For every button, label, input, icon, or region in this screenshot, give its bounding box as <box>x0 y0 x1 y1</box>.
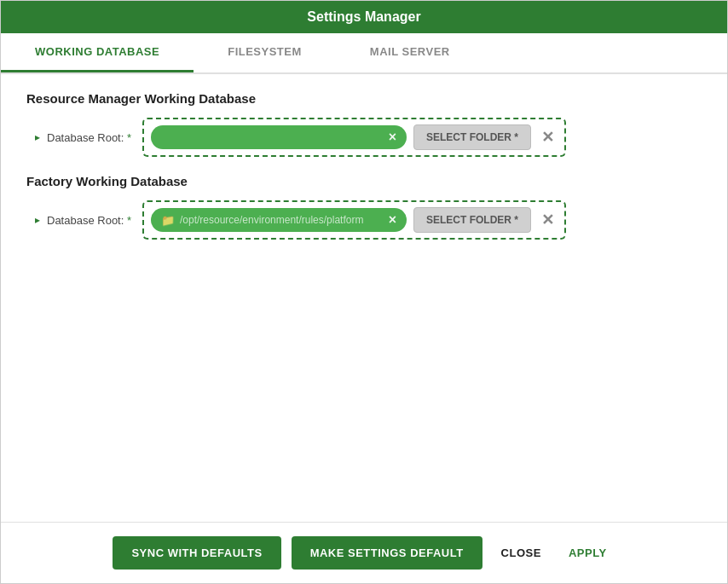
resource-manager-input-group: × SELECT FOLDER * ✕ <box>142 118 566 157</box>
resource-manager-select-folder-btn[interactable]: SELECT FOLDER * <box>413 124 531 150</box>
factory-clear-btn[interactable]: × <box>389 212 396 228</box>
window-title: Settings Manager <box>307 9 420 24</box>
resource-manager-section: Resource Manager Working Database ▸ Data… <box>26 91 702 157</box>
arrow-icon-factory: ▸ <box>35 214 40 226</box>
factory-section: Factory Working Database ▸ Database Root… <box>26 174 702 240</box>
tabs-bar: WORKING DATABASE FILESYSTEM MAIL SERVER <box>1 33 727 74</box>
resource-manager-path-input[interactable]: × <box>151 125 407 149</box>
factory-select-folder-btn[interactable]: SELECT FOLDER * <box>413 207 531 233</box>
resource-manager-title: Resource Manager Working Database <box>26 91 702 106</box>
sync-defaults-button[interactable]: SYNC WITH DEFAULTS <box>113 536 280 570</box>
tab-filesystem[interactable]: FILESYSTEM <box>194 33 336 72</box>
factory-title: Factory Working Database <box>26 174 702 188</box>
arrow-icon-resource: ▸ <box>35 131 40 143</box>
resource-manager-label: Database Root: * <box>47 131 132 144</box>
factory-path-text: /opt/resource/environment/rules/platform <box>180 214 382 226</box>
footer: SYNC WITH DEFAULTS MAKE SETTINGS DEFAULT… <box>1 522 727 583</box>
content-area: Resource Manager Working Database ▸ Data… <box>1 74 727 522</box>
factory-label: Database Root: * <box>47 214 132 227</box>
resource-manager-dismiss-btn[interactable]: ✕ <box>538 128 558 147</box>
make-settings-default-button[interactable]: MAKE SETTINGS DEFAULT <box>292 536 482 570</box>
tab-working-database[interactable]: WORKING DATABASE <box>1 33 194 72</box>
apply-button[interactable]: APPLY <box>560 536 615 570</box>
factory-field-row: ▸ Database Root: * 📁 /opt/resource/envir… <box>35 200 702 240</box>
resource-manager-field-row: ▸ Database Root: * × SELECT FOLDER * ✕ <box>35 118 702 157</box>
close-button[interactable]: CLOSE <box>493 536 550 570</box>
factory-input-group: 📁 /opt/resource/environment/rules/platfo… <box>142 200 566 240</box>
folder-icon: 📁 <box>161 214 175 227</box>
factory-dismiss-btn[interactable]: ✕ <box>538 211 558 229</box>
tab-mail-server[interactable]: MAIL SERVER <box>336 33 484 72</box>
settings-manager-window: Settings Manager WORKING DATABASE FILESY… <box>0 0 728 584</box>
resource-manager-clear-btn[interactable]: × <box>389 130 396 145</box>
factory-path-input[interactable]: 📁 /opt/resource/environment/rules/platfo… <box>151 208 407 232</box>
title-bar: Settings Manager <box>1 1 727 33</box>
